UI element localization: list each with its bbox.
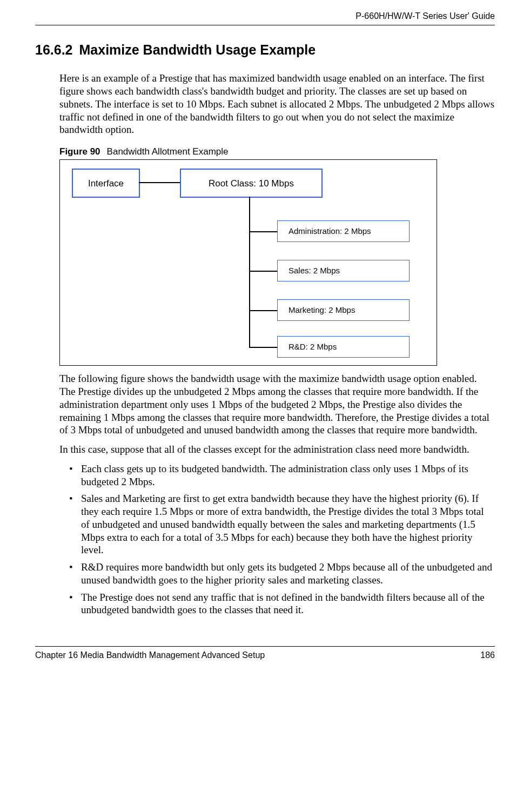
footer-page-number: 186: [480, 650, 495, 661]
section-number: 16.6.2: [35, 42, 73, 57]
figure-label: Figure 90: [59, 146, 100, 157]
page-header: P-660H/HW/W-T Series User' Guide: [35, 11, 495, 25]
section-title: Maximize Bandwidth Usage Example: [79, 42, 316, 57]
connector-line: [249, 231, 277, 232]
figure-rd-box: R&D: 2 Mbps: [277, 336, 410, 358]
paragraph-1: Here is an example of a Prestige that ha…: [59, 72, 495, 136]
connector-line: [139, 182, 180, 183]
figure-caption-text: Bandwidth Allotment Example: [107, 146, 229, 157]
figure-interface-box: Interface: [72, 169, 140, 198]
figure-sales-label: Sales: 2 Mbps: [289, 266, 340, 276]
page-footer: Chapter 16 Media Bandwidth Management Ad…: [35, 646, 495, 661]
bullet-item: The Prestige does not send any traffic t…: [59, 591, 495, 617]
figure-sales-box: Sales: 2 Mbps: [277, 260, 410, 281]
guide-title: P-660H/HW/W-T Series User' Guide: [355, 11, 495, 21]
figure-caption: Figure 90Bandwidth Allotment Example: [59, 146, 495, 157]
bullet-list: Each class gets up to its budgeted bandw…: [59, 462, 495, 616]
connector-line: [249, 197, 250, 348]
figure-admin-box: Administration: 2 Mbps: [277, 220, 410, 242]
figure-root-box: Root Class: 10 Mbps: [180, 169, 323, 198]
paragraph-3: In this case, suppose that all of the cl…: [59, 443, 495, 456]
section-heading: 16.6.2Maximize Bandwidth Usage Example: [35, 42, 495, 58]
figure-marketing-box: Marketing: 2 Mbps: [277, 299, 410, 321]
figure-rd-label: R&D: 2 Mbps: [289, 342, 337, 352]
bullet-item: Each class gets up to its budgeted bandw…: [59, 462, 495, 488]
figure-marketing-label: Marketing: 2 Mbps: [289, 305, 355, 316]
connector-line: [249, 310, 277, 311]
connector-line: [249, 347, 277, 348]
bullet-item: R&D requires more bandwidth but only get…: [59, 561, 495, 587]
connector-line: [249, 271, 277, 272]
figure-admin-label: Administration: 2 Mbps: [289, 226, 371, 237]
figure-root-label: Root Class: 10 Mbps: [209, 178, 294, 189]
paragraph-2: The following figure shows the bandwidth…: [59, 372, 495, 437]
figure-diagram: Interface Root Class: 10 Mbps Administra…: [59, 159, 437, 366]
footer-chapter: Chapter 16 Media Bandwidth Management Ad…: [35, 650, 265, 661]
bullet-item: Sales and Marketing are first to get ext…: [59, 492, 495, 556]
figure-interface-label: Interface: [88, 178, 124, 189]
